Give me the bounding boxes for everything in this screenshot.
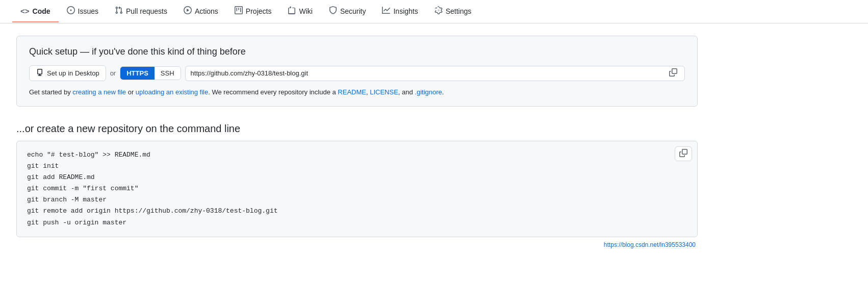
nav-item-wiki[interactable]: Wiki (279, 0, 320, 23)
or-text: or (110, 69, 116, 77)
nav-item-security[interactable]: Security (321, 0, 374, 23)
projects-icon (235, 6, 243, 16)
nav-item-code[interactable]: <> Code (12, 1, 59, 22)
actions-icon (184, 6, 192, 16)
https-tab[interactable]: HTTPS (120, 67, 155, 80)
upload-existing-file-link[interactable]: uploading an existing file (136, 88, 208, 96)
command-line-title: ...or create a new repository on the com… (16, 123, 698, 135)
create-new-file-link[interactable]: creating a new file (72, 88, 126, 96)
copy-code-button[interactable] (675, 146, 692, 161)
command-line-section: ...or create a new repository on the com… (16, 123, 698, 248)
setup-description: Get started by creating a new file or up… (29, 88, 685, 96)
code-box: echo "# test-blog" >> README.md git init… (16, 141, 698, 237)
nav-item-projects[interactable]: Projects (226, 0, 280, 23)
gitignore-link[interactable]: .gitignore (415, 88, 442, 96)
main-content: Quick setup — if you've done this kind o… (0, 23, 714, 261)
url-bar-row: Set up in Desktop or HTTPS SSH (29, 65, 685, 81)
quick-setup-title: Quick setup — if you've done this kind o… (29, 46, 685, 57)
desktop-icon (36, 68, 44, 78)
insights-icon (382, 6, 390, 16)
wiki-icon (288, 6, 296, 16)
pull-requests-icon (115, 6, 123, 16)
nav-item-pull-requests[interactable]: Pull requests (107, 0, 175, 23)
footer-link: https://blog.csdn.net/ln395533400 (16, 241, 698, 248)
code-icon: <> (20, 7, 30, 15)
nav-item-insights[interactable]: Insights (374, 0, 426, 23)
setup-desktop-button[interactable]: Set up in Desktop (29, 65, 106, 81)
security-icon (329, 6, 337, 16)
nav-item-issues[interactable]: Issues (59, 0, 107, 23)
settings-icon (435, 6, 443, 16)
nav-item-actions[interactable]: Actions (175, 0, 226, 23)
readme-link[interactable]: README (338, 88, 366, 96)
command-line-code: echo "# test-blog" >> README.md git init… (27, 149, 687, 228)
nav-item-settings[interactable]: Settings (426, 0, 480, 23)
repo-nav: <> Code Issues Pull requests Actions Pro… (0, 0, 868, 23)
repo-url-input[interactable] (191, 69, 667, 77)
quick-setup-box: Quick setup — if you've done this kind o… (16, 36, 698, 107)
ssh-tab[interactable]: SSH (155, 67, 181, 80)
license-link[interactable]: LICENSE (370, 88, 398, 96)
protocol-tabs: HTTPS SSH (120, 66, 181, 80)
issues-icon (67, 6, 75, 16)
url-input-wrapper (185, 66, 685, 81)
copy-url-button[interactable] (667, 68, 679, 79)
